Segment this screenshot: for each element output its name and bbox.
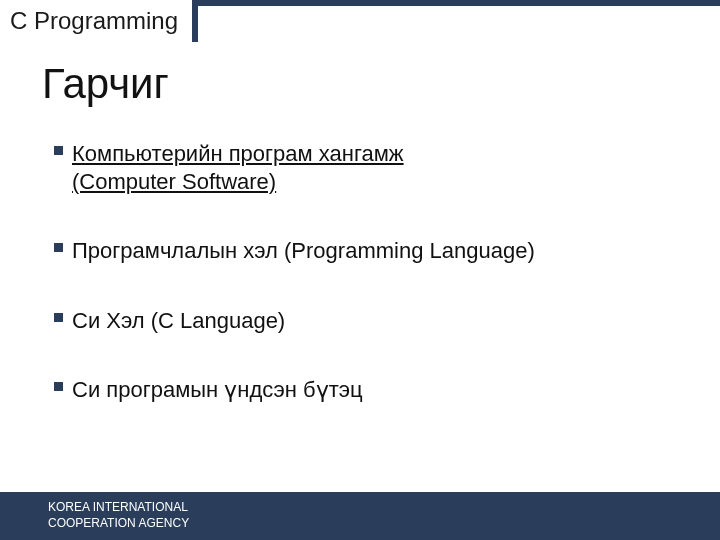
footer-text: KOREA INTERNATIONAL COOPERATION AGENCY [48, 500, 189, 531]
list-item-text: Програмчлалын хэл (Programming Language) [72, 237, 674, 265]
bullet-list: Компьютерийн програм хангамж (Computer S… [54, 140, 674, 446]
page-title: Гарчиг [42, 60, 169, 108]
footer-line2: COOPERATION AGENCY [48, 516, 189, 532]
list-item: Програмчлалын хэл (Programming Language) [54, 237, 674, 265]
footer-bar: KOREA INTERNATIONAL COOPERATION AGENCY [0, 492, 720, 540]
footer-line1: KOREA INTERNATIONAL [48, 500, 189, 516]
list-item: Си Хэл (C Language) [54, 307, 674, 335]
list-item-subtext: (Computer Software) [72, 168, 674, 196]
list-item-text: Си програмын үндсэн бүтэц [72, 376, 674, 404]
list-item-text: Си Хэл (C Language) [72, 307, 674, 335]
list-item: Си програмын үндсэн бүтэц [54, 376, 674, 404]
list-item-text: Компьютерийн програм хангамж [72, 140, 674, 168]
header-tab: C Programming [0, 0, 198, 42]
list-item: Компьютерийн програм хангамж (Computer S… [54, 140, 674, 195]
header-tab-text: C Programming [10, 7, 178, 35]
slide: C Programming Гарчиг Компьютерийн програ… [0, 0, 720, 540]
